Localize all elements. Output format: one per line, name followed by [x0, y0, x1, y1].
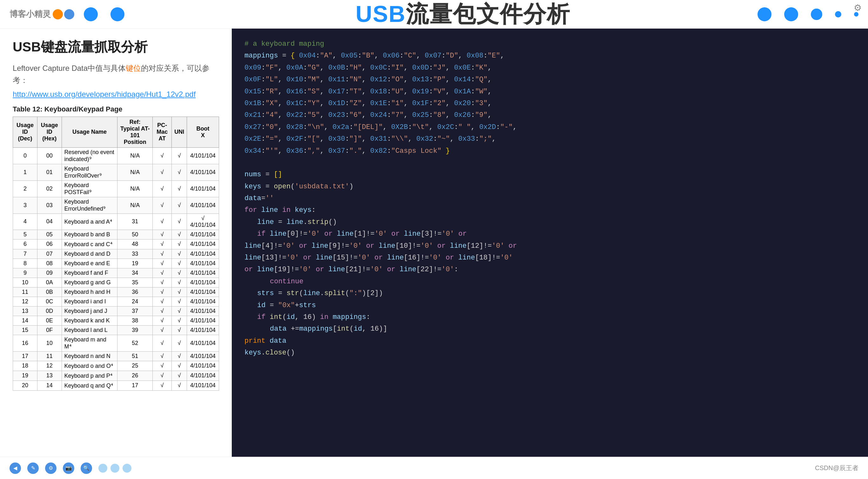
table-cell: 11 — [37, 351, 62, 361]
table-cell: 39 — [118, 325, 153, 335]
table-cell: Keyboard l and L — [62, 325, 118, 335]
table-cell: 17 — [13, 351, 37, 361]
table-cell: √ — [172, 381, 187, 390]
table-cell: 10 — [37, 335, 62, 351]
table-cell: Keyboard q and Q⁴ — [62, 381, 118, 390]
table-cell: 7 — [13, 249, 37, 259]
nav-camera-icon[interactable]: 📷 — [63, 462, 74, 474]
table-cell: 4/101/104 — [187, 306, 219, 316]
code-if: if line[0]!='0' or line[1]!='0' or line[… — [245, 228, 855, 240]
table-row: 130DKeyboard j and J37√√4/101/104 — [13, 306, 219, 316]
table-cell: 19 — [118, 259, 153, 268]
table-cell: √ — [153, 180, 172, 197]
main-content: USB键盘流量抓取分析 Leftover Capture Data中值与具体键位… — [0, 29, 868, 479]
table-cell: Keyboard p and P⁴ — [62, 371, 118, 381]
table-cell: 12 — [13, 297, 37, 306]
table-cell: Keyboard n and N — [62, 351, 118, 361]
code-continue: continue — [245, 276, 855, 288]
table-cell: 17 — [118, 381, 153, 390]
table-cell: 4/101/104 — [187, 325, 219, 335]
code-mappings-line5: 0x1B:"X", 0x1C:"Y", 0x1D:"Z", 0x1E:"1", … — [245, 97, 855, 109]
table-cell: √ — [172, 230, 187, 239]
col-pc-mac: PC-MacAT — [153, 117, 172, 147]
nav-prev-icon[interactable]: ◀ — [9, 462, 21, 474]
code-panel: # a keyboard maping mappings = { 0x04:"A… — [232, 29, 868, 479]
intro-highlight: 键位 — [126, 64, 141, 72]
table-cell: √ — [172, 287, 187, 297]
bottom-left-icons: ◀ ✎ ⚙ 📷 🔍 — [9, 462, 131, 474]
table-cell: √ — [172, 325, 187, 335]
table-cell: N/A — [118, 164, 153, 180]
table-cell: Keyboard c and C⁴ — [62, 239, 118, 249]
table-cell: 4/101/104 — [187, 147, 219, 164]
table-cell: 4 — [13, 213, 37, 230]
table-cell: 13 — [37, 371, 62, 381]
table-row: 100AKeyboard g and G35√√4/101/104 — [13, 278, 219, 287]
table-cell: 02 — [37, 180, 62, 197]
table-cell: 5 — [13, 230, 37, 239]
table-cell: 11 — [13, 287, 37, 297]
table-cell: 09 — [37, 268, 62, 278]
table-cell: √ — [153, 197, 172, 213]
table-cell: Keyboard ErrorRollOver⁹ — [62, 164, 118, 180]
code-id: id = "0x"+strs — [245, 300, 855, 311]
table-cell: 19 — [13, 371, 37, 381]
table-cell: 9 — [13, 268, 37, 278]
table-cell: 4/101/104 — [187, 197, 219, 213]
nav-edit-icon[interactable]: ✎ — [27, 462, 39, 474]
table-cell: √ — [172, 297, 187, 306]
table-cell: 4/101/104 — [187, 287, 219, 297]
col-usage-name: Usage Name — [62, 117, 118, 147]
table-cell: Keyboard f and F — [62, 268, 118, 278]
table-cell: 03 — [37, 197, 62, 213]
table-cell: 4/101/104 — [187, 335, 219, 351]
dot-2 — [111, 7, 124, 21]
table-cell: √ — [153, 335, 172, 351]
table-cell: √ — [172, 306, 187, 316]
code-mappings-line8: 0x2E:"=", 0x2F:"[", 0x30:"]", 0x31:"\\",… — [245, 133, 855, 145]
csdn-credit: CSDN@辰王者 — [815, 464, 859, 472]
table-cell: 36 — [118, 287, 153, 297]
title-usb: USB — [355, 1, 406, 27]
table-cell: N/A — [118, 147, 153, 164]
table-cell: 3 — [13, 197, 37, 213]
table-cell: 10 — [13, 278, 37, 287]
table-cell: √ — [172, 259, 187, 268]
table-cell: √ — [153, 213, 172, 230]
nav-search-icon[interactable]: 🔍 — [81, 462, 92, 474]
col-usage-hex: Usage ID(Hex) — [37, 117, 62, 147]
col-uni: UNI — [172, 117, 187, 147]
table-cell: √ — [172, 278, 187, 287]
nav-settings-icon[interactable]: ⚙ — [45, 462, 57, 474]
table-cell: 24 — [118, 297, 153, 306]
code-mappings-line9: 0x34:"'", 0x36:",", 0x37:".", 0x82:"Casp… — [245, 145, 855, 157]
table-cell: √ — [172, 268, 187, 278]
table-cell: 01 — [37, 164, 62, 180]
code-close: keys.close() — [245, 347, 855, 359]
table-cell: 26 — [118, 371, 153, 381]
reference-link[interactable]: http://www.usb.org/developers/hidpage/Hu… — [13, 90, 195, 98]
water-drop-3 — [123, 464, 131, 473]
comment-text: # a keyboard maping — [245, 40, 324, 48]
table-cell: √ — [172, 371, 187, 381]
table-cell: 38 — [118, 316, 153, 325]
table-cell: √ — [172, 147, 187, 164]
table-cell: Keyboard k and K — [62, 316, 118, 325]
water-drop-1 — [98, 464, 107, 473]
table-cell: 20 — [13, 381, 37, 390]
header-left: 博客小精灵 — [9, 7, 168, 21]
settings-icon[interactable]: ⚙ — [854, 3, 862, 13]
title-rest: 流量包文件分析 — [406, 1, 570, 27]
table-cell: √ — [153, 249, 172, 259]
code-print: print data — [245, 335, 855, 347]
table-cell: 33 — [118, 249, 153, 259]
table-row: 120CKeyboard i and I24√√4/101/104 — [13, 297, 219, 306]
table-row: 1610Keyboard m and M⁴52√√4/101/104 — [13, 335, 219, 351]
table-cell: √ 4/101/104 — [187, 213, 219, 230]
header-right-dots — [757, 7, 859, 21]
table-row: 000Reserved (no event indicated)⁹N/A√√4/… — [13, 147, 219, 164]
table-cell: 2 — [13, 180, 37, 197]
code-mappings-line2: 0x09:"F", 0x0A:"G", 0x0B:"H", 0x0C:"I", … — [245, 62, 855, 74]
table-cell: N/A — [118, 197, 153, 213]
page-heading: USB键盘流量抓取分析 — [13, 38, 219, 56]
